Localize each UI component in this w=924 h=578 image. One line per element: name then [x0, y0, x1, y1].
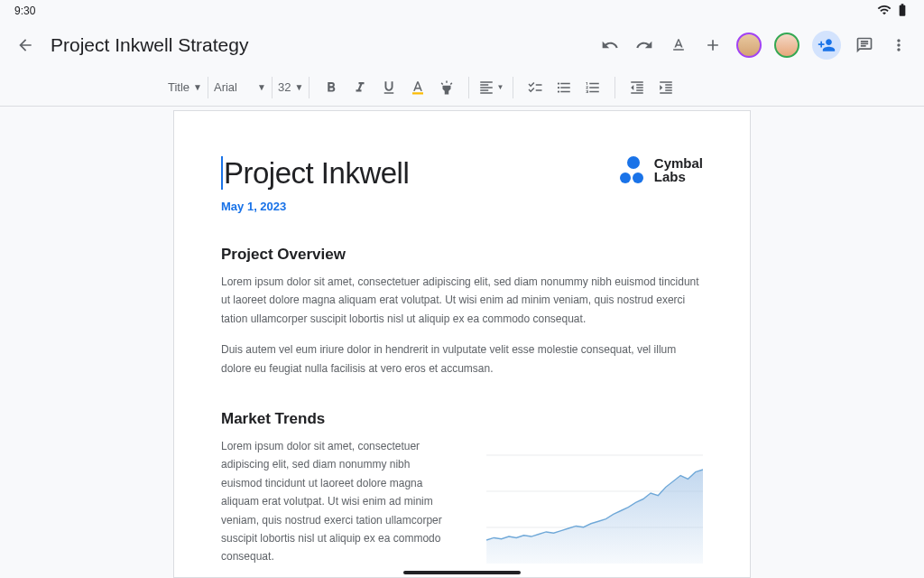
paragraph-style-select[interactable]: Title▼: [162, 77, 208, 98]
share-button[interactable]: [812, 31, 841, 60]
undo-icon[interactable]: [599, 34, 621, 56]
document-page[interactable]: Project Inkwell May 1, 2023 CymbalLabs P…: [173, 110, 751, 578]
title-bar: Project Inkwell Strategy: [0, 22, 924, 69]
align-icon[interactable]: ▼: [478, 75, 504, 100]
collaborator-avatar-1[interactable]: [736, 33, 762, 58]
section-heading-trends[interactable]: Market Trends: [221, 410, 703, 428]
document-title[interactable]: Project Inkwell Strategy: [51, 34, 248, 56]
market-trends-chart: [471, 437, 703, 564]
section-heading-overview[interactable]: Project Overview: [221, 246, 703, 264]
indent-decrease-icon[interactable]: [624, 75, 650, 100]
checklist-icon[interactable]: [522, 75, 548, 100]
font-select[interactable]: Arial▼: [208, 77, 272, 98]
numbered-list-icon[interactable]: [580, 75, 605, 100]
bulleted-list-icon[interactable]: [551, 75, 577, 100]
logo-mark-icon: [620, 156, 647, 183]
font-size-select[interactable]: 32▼: [273, 77, 309, 98]
bold-icon[interactable]: [319, 75, 344, 100]
nav-pill[interactable]: [403, 571, 521, 574]
highlight-icon[interactable]: [434, 75, 459, 100]
wifi-icon: [877, 3, 892, 20]
status-time: 9:30: [14, 5, 35, 17]
underline-icon[interactable]: [376, 75, 402, 100]
collaborator-avatar-2[interactable]: [774, 33, 799, 58]
svg-rect-0: [412, 92, 423, 94]
comment-icon[interactable]: [854, 34, 875, 56]
doc-heading-1[interactable]: Project Inkwell: [221, 156, 409, 191]
logo-text: CymbalLabs: [654, 156, 703, 183]
redo-icon[interactable]: [633, 34, 655, 56]
more-vert-icon[interactable]: [888, 34, 910, 56]
text-format-icon[interactable]: [668, 34, 689, 56]
text-color-icon[interactable]: [405, 75, 430, 100]
body-paragraph[interactable]: Duis autem vel eum iriure dolor in hendr…: [221, 340, 703, 378]
add-icon[interactable]: [702, 34, 724, 56]
body-paragraph[interactable]: Lorem ipsum dolor sit amet, consectetuer…: [221, 437, 453, 566]
doc-date[interactable]: May 1, 2023: [221, 200, 409, 213]
status-icons: [877, 3, 910, 20]
italic-icon[interactable]: [347, 75, 373, 100]
indent-increase-icon[interactable]: [653, 75, 679, 100]
status-bar: 9:30: [0, 0, 924, 22]
company-logo: CymbalLabs: [620, 156, 703, 183]
back-arrow-icon[interactable]: [14, 34, 36, 56]
format-toolbar: Title▼ Arial▼ 32▼ ▼: [0, 69, 924, 107]
body-paragraph[interactable]: Lorem ipsum dolor sit amet, consectetuer…: [221, 273, 703, 328]
document-canvas[interactable]: Project Inkwell May 1, 2023 CymbalLabs P…: [0, 107, 924, 578]
battery-icon: [895, 3, 910, 20]
